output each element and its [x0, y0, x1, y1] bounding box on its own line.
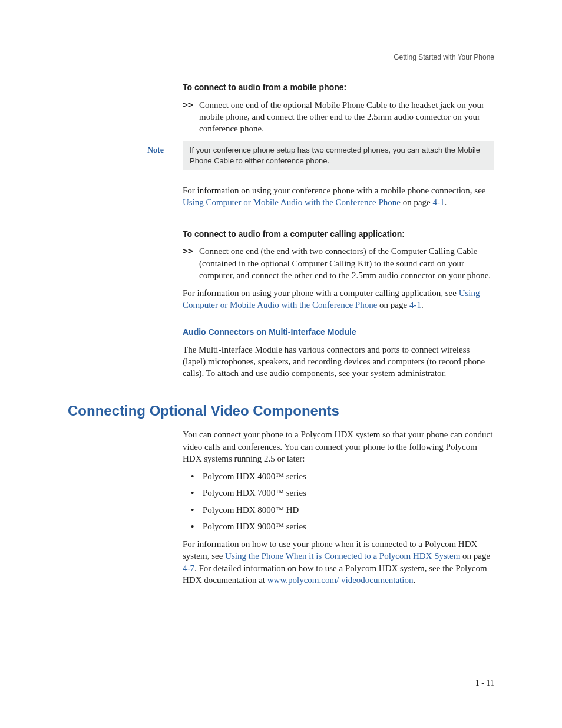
text: For information on using your phone with…: [183, 288, 459, 298]
video-outro: For information on how to use your phone…: [183, 538, 494, 586]
step-text: Connect one end of the optional Mobile P…: [199, 99, 494, 135]
content-column: To connect to audio from a mobile phone:…: [183, 82, 494, 379]
list-item: Polycom HDX 9000™ series: [183, 521, 494, 532]
computer-info-para: For information on using your phone with…: [183, 287, 494, 311]
text: on page: [401, 197, 433, 207]
audio-connectors-heading: Audio Connectors on Multi-Interface Modu…: [183, 327, 494, 338]
section-title-video: Connecting Optional Video Components: [68, 403, 494, 419]
page: Getting Started with Your Phone To conne…: [0, 0, 562, 728]
link-hdx-phone[interactable]: Using the Phone When it is Connected to …: [225, 551, 460, 561]
computer-audio-step: >> Connect one end (the end with two con…: [183, 245, 494, 281]
mobile-audio-step: >> Connect one end of the optional Mobil…: [183, 99, 494, 135]
step-marker: >>: [183, 245, 199, 281]
computer-audio-heading: To connect to audio from a computer call…: [183, 229, 494, 240]
content-column-2: You can connect your phone to a Polycom …: [183, 429, 494, 586]
step-text: Connect one end (the end with two connec…: [199, 245, 494, 281]
link-mobile-audio[interactable]: Using Computer or Mobile Audio with the …: [183, 197, 401, 207]
video-intro: You can connect your phone to a Polycom …: [183, 429, 494, 465]
text: .: [445, 197, 447, 207]
top-rule: [68, 65, 494, 65]
link-page-ref[interactable]: 4-7: [183, 564, 194, 573]
text: For information on using your conference…: [183, 186, 485, 195]
page-number: 1 - 11: [475, 678, 494, 688]
mobile-info-para: For information on using your conference…: [183, 185, 494, 209]
text: on page: [377, 300, 409, 309]
hdx-list: Polycom HDX 4000™ series Polycom HDX 700…: [183, 470, 494, 532]
list-item: Polycom HDX 4000™ series: [183, 470, 494, 482]
audio-connectors-body: The Multi-Interface Module has various c…: [183, 344, 494, 380]
text: on page: [460, 551, 490, 561]
link-page-ref[interactable]: 4-1: [433, 197, 445, 207]
step-marker: >>: [183, 99, 199, 135]
link-polycom-docs[interactable]: www.polycom.com/ videodocumentation: [267, 575, 414, 585]
note-body: If your conference phone setup has two c…: [183, 141, 494, 170]
list-item: Polycom HDX 7000™ series: [183, 487, 494, 499]
link-page-ref[interactable]: 4-1: [409, 300, 421, 309]
running-header: Getting Started with Your Phone: [68, 53, 494, 65]
text: .: [421, 300, 424, 309]
note-label: Note: [147, 141, 183, 170]
text: .: [413, 575, 415, 585]
list-item: Polycom HDX 8000™ HD: [183, 504, 494, 516]
mobile-audio-heading: To connect to audio from a mobile phone:: [183, 82, 494, 93]
note-box: Note If your conference phone setup has …: [183, 141, 494, 170]
